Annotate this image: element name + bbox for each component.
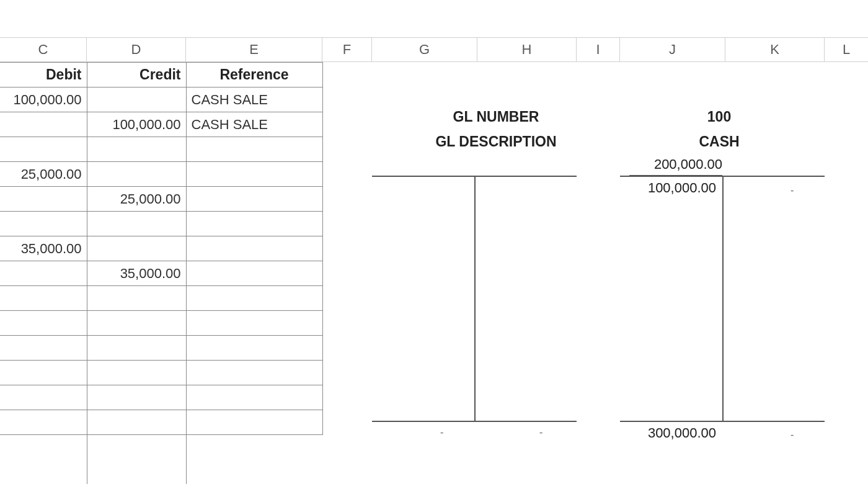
table-row: 25,000.00 bbox=[0, 187, 322, 212]
table-row bbox=[0, 385, 322, 410]
table-row bbox=[0, 212, 322, 236]
table-row bbox=[0, 311, 322, 336]
table-row bbox=[0, 410, 322, 435]
cell-debit[interactable] bbox=[0, 336, 87, 361]
cell-reference[interactable] bbox=[186, 286, 322, 311]
cell-credit[interactable] bbox=[87, 162, 186, 187]
cell-credit[interactable] bbox=[87, 385, 186, 410]
header-credit[interactable]: Credit bbox=[87, 63, 186, 87]
cell-reference[interactable] bbox=[186, 236, 322, 261]
cell-reference[interactable]: CASH SALE bbox=[186, 112, 322, 137]
cell-empty[interactable] bbox=[186, 459, 322, 484]
col-header-F[interactable]: F bbox=[322, 38, 372, 61]
t-left-sum-credit[interactable]: - bbox=[539, 427, 542, 438]
cell-debit[interactable] bbox=[0, 261, 87, 286]
gl-description-label: GL DESCRIPTION bbox=[403, 133, 589, 150]
cell-reference[interactable] bbox=[186, 361, 322, 385]
spreadsheet-view: C D E F G H I J K L Debit Credit Referen… bbox=[0, 0, 868, 489]
cell-reference[interactable] bbox=[186, 162, 322, 187]
cell-reference[interactable] bbox=[186, 187, 322, 212]
t-account-right-bottom-line bbox=[620, 421, 825, 422]
cell-empty[interactable] bbox=[0, 459, 87, 484]
cell-credit[interactable] bbox=[87, 87, 186, 112]
cell-debit[interactable]: 100,000.00 bbox=[0, 87, 87, 112]
cell-empty[interactable] bbox=[87, 434, 186, 459]
cell-credit[interactable]: 35,000.00 bbox=[87, 261, 186, 286]
col-header-J[interactable]: J bbox=[620, 38, 725, 61]
gl-number-value[interactable]: 100 bbox=[657, 109, 781, 125]
t-account-divider bbox=[474, 177, 476, 421]
table-row bbox=[0, 137, 322, 162]
cell-credit[interactable] bbox=[87, 361, 186, 385]
cell-empty[interactable] bbox=[186, 434, 322, 459]
cell-credit[interactable]: 25,000.00 bbox=[87, 187, 186, 212]
cell-credit[interactable] bbox=[87, 336, 186, 361]
cell-debit[interactable] bbox=[0, 311, 87, 336]
col-header-C[interactable]: C bbox=[0, 38, 87, 61]
header-reference[interactable]: Reference bbox=[186, 63, 322, 87]
cell-reference[interactable] bbox=[186, 137, 322, 162]
table-row bbox=[0, 336, 322, 361]
gl-number-label: GL NUMBER bbox=[415, 109, 577, 125]
t-right-debit-entry[interactable]: 100,000.00 bbox=[629, 180, 716, 196]
col-header-H[interactable]: H bbox=[477, 38, 577, 61]
cell-debit[interactable]: 25,000.00 bbox=[0, 162, 87, 187]
gl-opening-balance[interactable]: 200,000.00 bbox=[629, 156, 722, 176]
t-right-credit-entry[interactable]: - bbox=[790, 185, 794, 196]
t-account-left bbox=[372, 176, 577, 421]
journal-table: Debit Credit Reference 100,000.00CASH SA… bbox=[0, 62, 323, 435]
cell-reference[interactable] bbox=[186, 410, 322, 435]
cell-reference[interactable] bbox=[186, 336, 322, 361]
cell-credit[interactable]: 100,000.00 bbox=[87, 112, 186, 137]
cell-debit[interactable] bbox=[0, 286, 87, 311]
cell-debit[interactable] bbox=[0, 361, 87, 385]
t-account-right bbox=[620, 176, 825, 421]
cell-reference[interactable] bbox=[186, 311, 322, 336]
t-right-sum-credit[interactable]: - bbox=[790, 429, 794, 441]
table-row: 100,000.00CASH SALE bbox=[0, 87, 322, 112]
cell-credit[interactable] bbox=[87, 236, 186, 261]
cell-debit[interactable]: 35,000.00 bbox=[0, 236, 87, 261]
cell-debit[interactable] bbox=[0, 137, 87, 162]
cell-reference[interactable]: CASH SALE bbox=[186, 87, 322, 112]
cell-debit[interactable] bbox=[0, 410, 87, 435]
cell-credit[interactable] bbox=[87, 286, 186, 311]
cell-debit[interactable] bbox=[0, 385, 87, 410]
table-row: 25,000.00 bbox=[0, 162, 322, 187]
cell-reference[interactable] bbox=[186, 261, 322, 286]
col-header-D[interactable]: D bbox=[87, 38, 186, 61]
cell-reference[interactable] bbox=[186, 385, 322, 410]
cell-debit[interactable] bbox=[0, 187, 87, 212]
cell-debit[interactable] bbox=[0, 112, 87, 137]
table-row: 35,000.00 bbox=[0, 261, 322, 286]
gl-description-value[interactable]: CASH bbox=[657, 133, 781, 150]
t-account-divider bbox=[722, 177, 724, 421]
t-account-left-bottom-line bbox=[372, 421, 577, 422]
column-header-row: C D E F G H I J K L bbox=[0, 37, 868, 62]
col-header-E[interactable]: E bbox=[186, 38, 322, 61]
t-left-sum-debit[interactable]: - bbox=[440, 427, 443, 438]
col-header-K[interactable]: K bbox=[725, 38, 825, 61]
header-debit[interactable]: Debit bbox=[0, 63, 87, 87]
journal-header-row: Debit Credit Reference bbox=[0, 63, 322, 87]
cell-credit[interactable] bbox=[87, 311, 186, 336]
table-row bbox=[0, 286, 322, 311]
cell-credit[interactable] bbox=[87, 410, 186, 435]
cell-credit[interactable] bbox=[87, 137, 186, 162]
col-header-I[interactable]: I bbox=[577, 38, 620, 61]
cell-debit[interactable] bbox=[0, 212, 87, 236]
trailing-columns bbox=[0, 434, 322, 484]
cell-empty[interactable] bbox=[0, 434, 87, 459]
table-row bbox=[0, 361, 322, 385]
table-row: 100,000.00CASH SALE bbox=[0, 112, 322, 137]
col-header-L[interactable]: L bbox=[825, 38, 868, 61]
cell-credit[interactable] bbox=[87, 212, 186, 236]
t-right-sum-debit[interactable]: 300,000.00 bbox=[629, 425, 716, 441]
col-header-G[interactable]: G bbox=[372, 38, 477, 61]
table-row: 35,000.00 bbox=[0, 236, 322, 261]
cell-empty[interactable] bbox=[87, 459, 186, 484]
cell-reference[interactable] bbox=[186, 212, 322, 236]
